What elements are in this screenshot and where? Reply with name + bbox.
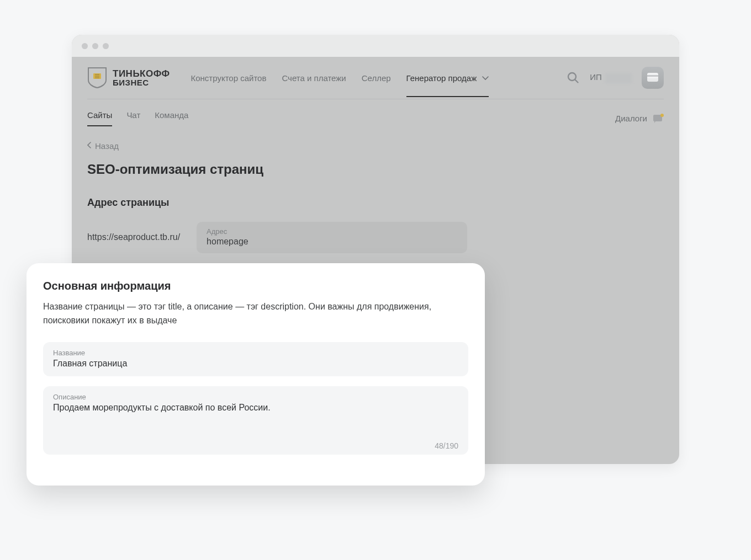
- top-nav: Конструктор сайтов Счета и платежи Селле…: [191, 70, 489, 86]
- brand-logo[interactable]: ТИНЬКОФФ БИЗНЕС: [87, 67, 170, 89]
- chevron-down-icon: [482, 73, 489, 82]
- window-titlebar: [72, 35, 679, 57]
- wallet-card-icon[interactable]: [642, 67, 664, 89]
- dialogs-label: Диалоги: [615, 114, 647, 123]
- nav-sales-generator[interactable]: Генератор продаж: [406, 70, 489, 86]
- svg-rect-4: [647, 75, 658, 77]
- brand-text: ТИНЬКОФФ БИЗНЕС: [113, 69, 170, 87]
- chat-bubble-icon: [653, 114, 664, 124]
- content: Назад SEO-оптимизация страниц Адрес стра…: [72, 126, 679, 268]
- nav-accounts[interactable]: Счета и платежи: [282, 70, 346, 86]
- chevron-left-icon: [87, 141, 92, 150]
- nav-constructor[interactable]: Конструктор сайтов: [191, 70, 267, 86]
- address-field-value: homepage: [207, 237, 457, 247]
- description-field-value: Продаем морепродукты с доставкой по всей…: [53, 403, 458, 438]
- title-field-label: Название: [53, 349, 458, 357]
- subnav-team[interactable]: Команда: [155, 110, 188, 126]
- subnav-sites[interactable]: Сайты: [87, 110, 112, 126]
- header-right: ИП: [567, 67, 664, 89]
- address-field-label: Адрес: [207, 227, 457, 236]
- address-section-title: Адрес страницы: [87, 197, 664, 209]
- description-char-count: 48/190: [53, 438, 458, 450]
- address-field[interactable]: Адрес homepage: [197, 222, 467, 253]
- description-field-label: Описание: [53, 393, 458, 401]
- sub-nav: Сайты Чат Команда Диалоги: [72, 99, 679, 126]
- overlay-card: Основная информация Название страницы — …: [27, 263, 485, 486]
- back-link[interactable]: Назад: [87, 141, 119, 151]
- overlay-title: Основная информация: [43, 280, 468, 292]
- search-icon[interactable]: [567, 71, 580, 84]
- brand-line2: БИЗНЕС: [113, 78, 170, 87]
- description-field[interactable]: Описание Продаем морепродукты с доставко…: [43, 386, 468, 455]
- page-title: SEO-оптимизация страниц: [87, 162, 664, 177]
- brand-shield-icon: [87, 67, 107, 89]
- window-close-dot[interactable]: [82, 43, 88, 49]
- user-label[interactable]: ИП: [590, 72, 632, 83]
- overlay-description: Название страницы — это тэг title, а опи…: [43, 300, 441, 328]
- nav-sales-generator-label: Генератор продаж: [406, 73, 477, 83]
- back-label: Назад: [95, 141, 119, 151]
- nav-seller[interactable]: Селлер: [362, 70, 391, 86]
- sub-nav-left: Сайты Чат Команда: [87, 110, 188, 126]
- dialogs-link[interactable]: Диалоги: [615, 114, 664, 124]
- url-row: https://seaproduct.tb.ru/ Адрес homepage: [87, 222, 664, 253]
- header: ТИНЬКОФФ БИЗНЕС Конструктор сайтов Счета…: [72, 57, 679, 89]
- user-prefix: ИП: [590, 72, 602, 82]
- user-name-redacted: [605, 73, 632, 83]
- title-field[interactable]: Название Главная страница: [43, 342, 468, 376]
- window-maximize-dot[interactable]: [103, 43, 109, 49]
- brand-line1: ТИНЬКОФФ: [113, 69, 170, 78]
- subnav-chat[interactable]: Чат: [126, 110, 140, 126]
- window-minimize-dot[interactable]: [92, 43, 98, 49]
- url-prefix: https://seaproduct.tb.ru/: [87, 232, 180, 242]
- title-field-value: Главная страница: [53, 359, 458, 369]
- svg-point-6: [660, 114, 664, 117]
